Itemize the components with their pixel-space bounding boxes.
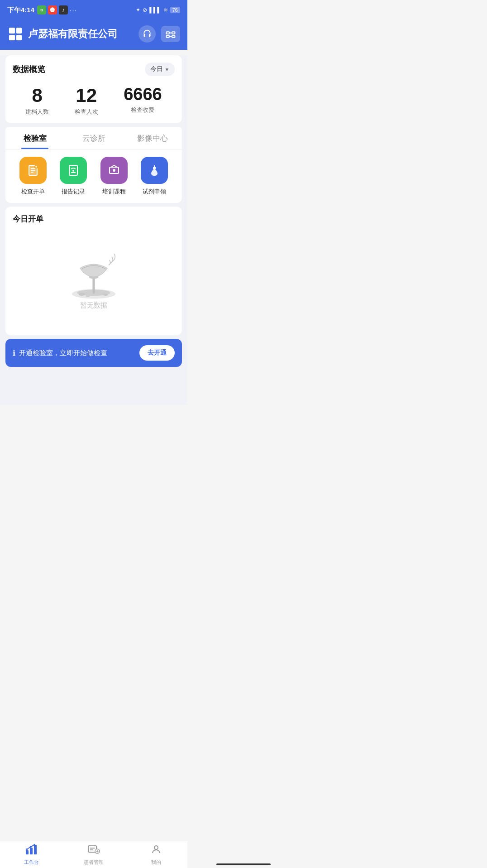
qr-code-icon[interactable] [7, 26, 24, 42]
svg-point-22 [79, 293, 85, 296]
tab-imaging[interactable]: 影像中心 [123, 127, 182, 149]
data-card-title: 数据概览 [13, 64, 45, 75]
exam-order-label: 检查开单 [21, 188, 45, 196]
training-icon-bg [100, 157, 128, 184]
date-selector-button[interactable]: 今日 ▼ [145, 63, 175, 76]
stat-fees: 6666 检查收费 [124, 85, 162, 116]
svg-rect-3 [172, 35, 175, 38]
headset-button[interactable] [138, 25, 156, 43]
weibo-icon: 🅦 [48, 5, 57, 14]
header-icons [138, 25, 180, 43]
signal-icon: ▌▌▌ [149, 7, 161, 13]
main-content: 数据概览 今日 ▼ 8 建档人数 12 检查人次 6666 检查收费 检验室 [0, 55, 187, 405]
bottom-banner: ℹ 开通检验室，立即开始做检查 去开通 [5, 339, 182, 367]
exam-order-icon [26, 164, 40, 177]
stat-exams-label: 检查人次 [75, 108, 98, 116]
empty-satellite-icon [62, 247, 125, 301]
status-apps: B 🅦 ♪ ··· [37, 5, 77, 14]
bluetooth-icon: ✦ [136, 7, 140, 13]
empty-state: 暂无数据 [13, 238, 175, 328]
data-overview-card: 数据概览 今日 ▼ 8 建档人数 12 检查人次 6666 检查收费 [5, 55, 182, 123]
report-icon-bg [60, 157, 87, 184]
banner-message: 开通检验室，立即开始做检查 [19, 349, 107, 357]
wifi-icon: ≋ [163, 7, 168, 13]
app-header: 卢瑟福有限责任公司 [0, 20, 187, 50]
dropdown-arrow-icon: ▼ [165, 67, 169, 72]
tiktok-icon: ♪ [59, 5, 68, 14]
reagent-icon [148, 164, 161, 177]
tab-cloud-clinic[interactable]: 云诊所 [64, 127, 123, 149]
svg-rect-0 [167, 32, 169, 34]
empty-text: 暂无数据 [80, 301, 107, 310]
stat-exams-number: 12 [75, 85, 98, 106]
svg-point-16 [113, 169, 115, 172]
svg-rect-1 [172, 32, 175, 34]
report-icon [67, 164, 80, 177]
battery-icon: 76 [170, 7, 180, 13]
svg-rect-20 [92, 277, 95, 294]
stat-exams: 12 检查人次 [75, 85, 98, 116]
training-icon [107, 164, 121, 177]
status-time: 下午4:14 [7, 6, 34, 14]
status-bar: 下午4:14 B 🅦 ♪ ··· ✦ ⊘ ▌▌▌ ≋ 76 [0, 0, 187, 20]
svg-point-24 [86, 295, 90, 297]
scan-button[interactable] [161, 26, 180, 42]
header-left: 卢瑟福有限责任公司 [7, 26, 118, 42]
headset-icon [143, 29, 152, 39]
tabs-row: 检验室 云诊所 影像中心 [5, 127, 182, 149]
alarm-icon: ⊘ [143, 7, 147, 13]
data-card-header: 数据概览 今日 ▼ [13, 63, 175, 76]
svg-point-13 [72, 170, 74, 172]
scan-icon [166, 30, 176, 38]
boss-icon: B [37, 5, 46, 14]
exam-order-icon-bg [19, 157, 47, 184]
stat-fees-number: 6666 [124, 85, 162, 104]
menu-item-report[interactable]: 报告记录 [60, 157, 87, 196]
status-left: 下午4:14 B 🅦 ♪ ··· [7, 5, 77, 14]
menu-item-training[interactable]: 培训课程 [100, 157, 128, 196]
stat-archived-label: 建档人数 [25, 108, 49, 116]
reagent-icon-bg [141, 157, 168, 184]
stat-fees-label: 检查收费 [124, 106, 162, 114]
status-dots: ··· [70, 7, 77, 14]
reagent-label: 试剂申领 [143, 188, 166, 196]
menu-item-reagent[interactable]: 试剂申领 [141, 157, 168, 196]
banner-text: ℹ 开通检验室，立即开始做检查 [13, 349, 107, 357]
status-right: ✦ ⊘ ▌▌▌ ≋ 76 [136, 7, 180, 13]
stat-archived-number: 8 [25, 85, 49, 106]
stat-archived: 8 建档人数 [25, 85, 49, 116]
tab-lab[interactable]: 检验室 [5, 127, 64, 149]
banner-info-icon: ℹ [13, 349, 15, 357]
menu-item-exam-order[interactable]: 检查开单 [19, 157, 47, 196]
icons-section: 检查开单 报告记录 [5, 149, 182, 203]
report-label: 报告记录 [62, 188, 85, 196]
svg-rect-2 [167, 35, 169, 38]
activate-button[interactable]: 去开通 [139, 345, 175, 361]
date-selector-text: 今日 [150, 65, 163, 73]
icons-grid: 检查开单 报告记录 [13, 157, 175, 196]
training-label: 培训课程 [102, 188, 126, 196]
company-name: 卢瑟福有限责任公司 [28, 27, 118, 41]
stats-row: 8 建档人数 12 检查人次 6666 检查收费 [13, 85, 175, 116]
svg-point-23 [103, 294, 108, 296]
today-orders-section: 今日开单 [5, 207, 182, 335]
today-orders-title: 今日开单 [13, 214, 175, 224]
